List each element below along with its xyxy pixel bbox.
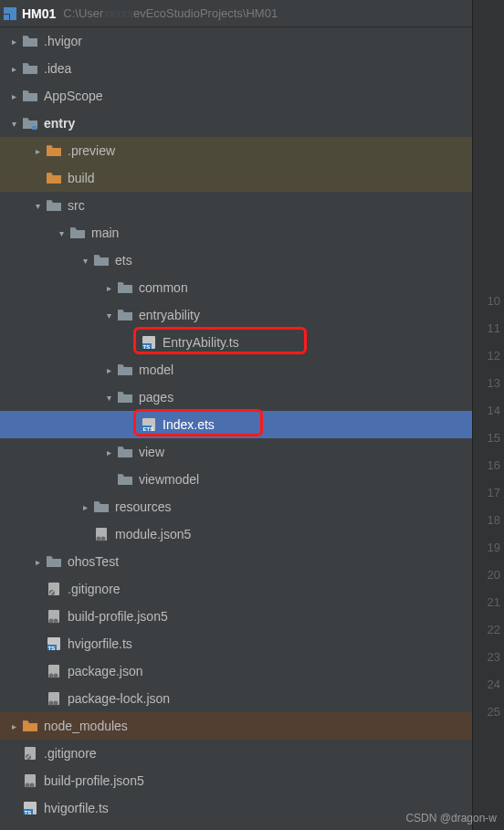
project-tree[interactable]: HM01 C:\UserxxxxxevEcoStudioProjects\HM0…: [0, 0, 472, 830]
tree-item[interactable]: ▸build-profile.json5: [0, 603, 472, 630]
svg-rect-0: [32, 126, 37, 130]
tree-item[interactable]: ▸node_modules: [0, 712, 472, 740]
folder-icon: [22, 33, 38, 49]
project-title: HM01: [22, 6, 56, 21]
tree-item-label: entryability: [139, 301, 200, 329]
tree-item-label: build-profile.json5: [68, 603, 168, 630]
line-number: 25: [473, 699, 504, 726]
svg-point-21: [54, 674, 58, 678]
svg-point-8: [97, 537, 101, 541]
line-number: 11: [473, 315, 504, 342]
chevron-down-icon[interactable]: ▾: [100, 393, 117, 403]
chevron-right-icon[interactable]: ▸: [5, 64, 22, 74]
tree-item[interactable]: ▾pages: [0, 383, 472, 411]
chevron-down-icon[interactable]: ▾: [77, 256, 93, 266]
folder-icon: [22, 718, 38, 734]
svg-point-14: [49, 619, 54, 624]
file-icon: [93, 526, 110, 542]
svg-point-24: [54, 701, 58, 706]
svg-text:TS: TS: [143, 344, 151, 350]
tree-item-label: build-profile.json5: [44, 767, 144, 794]
tree-item-label: .gitignore: [44, 740, 97, 767]
file-icon: ETS: [141, 416, 157, 433]
tree-item-label: build: [68, 164, 95, 192]
folder-icon: [22, 88, 38, 104]
svg-text:ETS: ETS: [143, 426, 154, 432]
tree-item-label: Index.ets: [163, 411, 215, 438]
folder-icon: [117, 307, 133, 323]
tree-item[interactable]: ▾ets: [0, 247, 472, 274]
svg-text:TS: TS: [25, 810, 32, 815]
chevron-right-icon[interactable]: ▸: [77, 502, 93, 512]
tree-item[interactable]: ▾src: [0, 192, 472, 219]
tree-item[interactable]: ▸.gitignore: [0, 740, 472, 767]
tree-item[interactable]: ▸.idea: [0, 55, 472, 82]
chevron-right-icon[interactable]: ▸: [29, 557, 46, 567]
svg-text:TS: TS: [48, 646, 56, 651]
tree-item-label: .hvigor: [44, 27, 82, 55]
tree-item[interactable]: ▸viewmodel: [0, 466, 472, 493]
tree-item[interactable]: ▸model: [0, 356, 472, 383]
folder-icon: [117, 389, 133, 405]
line-number: 20: [473, 562, 504, 589]
chevron-right-icon[interactable]: ▸: [5, 721, 22, 731]
tree-item[interactable]: ▸.preview: [0, 137, 472, 164]
chevron-down-icon[interactable]: ▾: [29, 201, 46, 211]
chevron-right-icon[interactable]: ▸: [29, 146, 46, 156]
tree-item[interactable]: ▸.gitignore: [0, 575, 472, 603]
chevron-right-icon[interactable]: ▸: [100, 447, 117, 457]
tree-item[interactable]: ▸package.json: [0, 657, 472, 685]
file-icon: TS: [141, 334, 157, 351]
tree-item[interactable]: ▸common: [0, 274, 472, 301]
tree-item-label: hvigorfile.ts: [44, 794, 109, 822]
file-icon: TS: [22, 800, 38, 816]
tree-item[interactable]: ▾entry: [0, 110, 472, 137]
tree-item-label: view: [139, 438, 164, 466]
tree-item[interactable]: ▸resources: [0, 493, 472, 520]
file-icon: [46, 663, 62, 679]
tree-item[interactable]: ▸ohosTest: [0, 548, 472, 575]
line-number: 16: [473, 452, 504, 479]
folder-icon: [46, 142, 62, 159]
svg-point-23: [49, 701, 54, 706]
tree-item[interactable]: ▸build: [0, 164, 472, 192]
tree-item[interactable]: ▸TShvigorfile.ts: [0, 794, 472, 822]
tree-item[interactable]: ▸AppScope: [0, 82, 472, 110]
chevron-right-icon[interactable]: ▸: [100, 283, 117, 293]
file-icon: [22, 772, 38, 789]
tree-item[interactable]: ▸module.json5: [0, 520, 472, 548]
line-number: 18: [473, 507, 504, 534]
project-icon: [4, 7, 16, 20]
chevron-down-icon[interactable]: ▾: [5, 119, 22, 129]
tree-item[interactable]: ▸.hvigor: [0, 27, 472, 55]
folder-icon: [117, 471, 133, 488]
tree-item[interactable]: ▾main: [0, 219, 472, 247]
svg-point-20: [49, 674, 54, 678]
svg-point-9: [101, 537, 106, 541]
line-number: 24: [473, 671, 504, 699]
folder-icon: [46, 197, 62, 214]
tree-item[interactable]: ▾entryability: [0, 301, 472, 329]
folder-icon: [117, 362, 133, 378]
chevron-right-icon[interactable]: ▸: [5, 37, 22, 47]
tree-item[interactable]: ▸build-profile.json5: [0, 767, 472, 794]
tree-item[interactable]: ▸TShvigorfile.ts: [0, 630, 472, 657]
tree-item[interactable]: ▸package-lock.json: [0, 685, 472, 712]
tree-item-label: hvigorfile.ts: [68, 630, 132, 657]
tree-item[interactable]: ▸view: [0, 438, 472, 466]
chevron-right-icon[interactable]: ▸: [100, 365, 117, 375]
editor-gutter: 10111213141516171819202122232425: [472, 0, 504, 830]
chevron-down-icon[interactable]: ▾: [53, 228, 69, 238]
folder-icon: [69, 225, 86, 241]
line-number: 15: [473, 425, 504, 452]
chevron-right-icon[interactable]: ▸: [5, 91, 22, 101]
tree-item-label: .gitignore: [68, 575, 121, 603]
file-icon: [46, 581, 62, 597]
tree-item[interactable]: ▸ETSIndex.ets: [0, 411, 472, 438]
file-icon: [46, 690, 62, 707]
tree-item-label: viewmodel: [139, 466, 199, 493]
tree-item[interactable]: ▸TSEntryAbility.ts: [0, 329, 472, 356]
line-number: 10: [473, 288, 504, 315]
chevron-down-icon[interactable]: ▾: [100, 310, 117, 320]
tree-item-label: .idea: [44, 55, 71, 82]
